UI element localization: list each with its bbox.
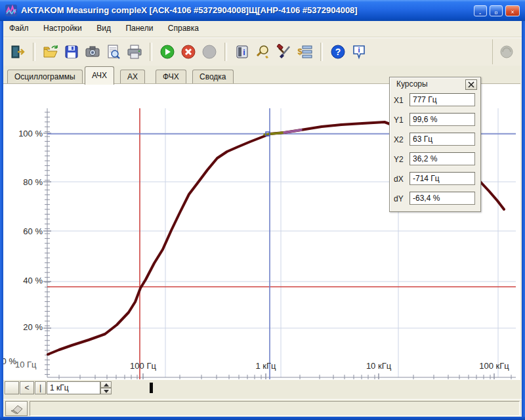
- close-icon: [467, 81, 475, 89]
- save-button[interactable]: [61, 41, 82, 62]
- y-tick-label: 80 %: [5, 177, 43, 187]
- close-button[interactable]: [505, 5, 520, 16]
- window-title: AKTAKOM Measuring compleX [АСК-4106 #537…: [21, 5, 358, 15]
- cursor-x2-label: X2: [394, 135, 408, 144]
- open-button[interactable]: [40, 41, 61, 62]
- window-border-left: [0, 21, 3, 420]
- cursor-x1-field[interactable]: 777 Гц: [410, 93, 475, 106]
- x-tick-label: 1 кГц: [250, 361, 282, 371]
- cursor-y1-field[interactable]: 99,6 %: [410, 113, 475, 126]
- clear-log-button[interactable]: [5, 401, 28, 416]
- frequency-input[interactable]: 1 кГц: [47, 381, 100, 394]
- window-border-right: [522, 21, 525, 420]
- menu-settings[interactable]: Настройки: [37, 21, 88, 36]
- cursor-x1-label: X1: [394, 96, 408, 105]
- menu-panels[interactable]: Панели: [119, 21, 159, 36]
- cursor-x2-field[interactable]: 63 Гц: [410, 133, 475, 146]
- stop-icon: [180, 44, 196, 60]
- nav-back-button[interactable]: <: [20, 381, 34, 394]
- app-window: AKTAKOM Measuring compleX [АСК-4106 #537…: [0, 0, 525, 420]
- search-icon: [255, 44, 271, 60]
- tip-glyph: i: [358, 46, 360, 54]
- help-icon: ?: [330, 44, 346, 60]
- toolbar-right-cell: [492, 39, 520, 64]
- exit-icon: [10, 44, 26, 60]
- aux-button[interactable]: [496, 41, 517, 62]
- camera-button[interactable]: [82, 41, 103, 62]
- cursor-y2-label: Y2: [394, 155, 408, 164]
- stepper-down-button[interactable]: [100, 388, 112, 394]
- toolbar-separator: [320, 43, 323, 61]
- x-tick-label: 100 кГц: [473, 361, 515, 371]
- menu-bar: Файл Настройки Вид Панели Справка: [3, 21, 522, 37]
- toolbar-group-help: ? i: [325, 41, 372, 62]
- tools-icon: [276, 44, 292, 60]
- toolbar-group-device: i: [229, 41, 318, 62]
- settings-list-icon: $: [297, 44, 313, 60]
- tab-summary[interactable]: Сводка: [192, 70, 234, 85]
- preview-button[interactable]: [103, 41, 124, 62]
- print-preview-icon: [106, 44, 121, 60]
- settings-list-button[interactable]: $: [295, 41, 316, 62]
- y-tick-label: 60 %: [5, 226, 43, 236]
- app-icon: [5, 5, 17, 16]
- tab-ah[interactable]: АХ: [120, 70, 145, 85]
- toolbar: i: [3, 37, 522, 66]
- menu-help[interactable]: Справка: [162, 21, 205, 36]
- probe-search-button[interactable]: [253, 41, 274, 62]
- stop-button[interactable]: [178, 41, 199, 62]
- printer-icon: [127, 44, 142, 60]
- arrow-up-icon: [104, 383, 109, 387]
- device-info-button[interactable]: i: [232, 41, 253, 62]
- record-button[interactable]: [199, 41, 220, 62]
- minimize-button[interactable]: [474, 5, 487, 16]
- cursor-row-dx: dX -714 Гц: [394, 172, 476, 186]
- info-glyph: i: [243, 48, 245, 57]
- minimize-icon: [478, 11, 482, 14]
- y-tick-label: 40 %: [5, 276, 43, 285]
- cursor-row-x1: X1 777 Гц: [394, 93, 476, 108]
- question-glyph: ?: [335, 47, 341, 57]
- tab-oscillograms[interactable]: Осциллограммы: [7, 70, 83, 85]
- maximize-icon: [494, 11, 498, 14]
- toolbar-main: i: [5, 38, 372, 66]
- tip-of-day-button[interactable]: i: [348, 41, 369, 62]
- close-icon: [510, 10, 515, 14]
- title-bar[interactable]: AKTAKOM Measuring compleX [АСК-4106 #537…: [0, 0, 525, 21]
- cursor-dy-field[interactable]: -63,4 %: [410, 192, 475, 205]
- record-icon: [201, 44, 217, 60]
- cursor-y2-field[interactable]: 36,2 %: [410, 152, 475, 165]
- menu-view[interactable]: Вид: [91, 21, 117, 36]
- disabled-circle-icon: [499, 44, 514, 60]
- cursors-panel[interactable]: Курсоры X1 777 Гц Y1 99,6 % X2 63 Гц Y2 …: [389, 77, 481, 212]
- tools-button[interactable]: [274, 41, 295, 62]
- y-tick-label: 100 %: [5, 129, 43, 138]
- exit-button[interactable]: [7, 41, 28, 62]
- cursor-dx-label: dX: [394, 175, 408, 184]
- x-tick-label: 10 кГц: [360, 361, 397, 371]
- menu-file[interactable]: Файл: [3, 21, 35, 36]
- help-button[interactable]: ?: [327, 41, 348, 62]
- cursor-dx-field[interactable]: -714 Гц: [410, 172, 475, 185]
- maximize-button[interactable]: [490, 5, 503, 16]
- cursors-panel-close-button[interactable]: [465, 79, 477, 90]
- tab-achh[interactable]: АЧХ: [85, 66, 114, 85]
- frequency-stepper: [100, 381, 112, 394]
- tab-fchh[interactable]: ФЧХ: [156, 70, 186, 85]
- nav-blank-button[interactable]: [5, 381, 19, 394]
- y-tick-label: 20 %: [5, 322, 43, 332]
- start-button[interactable]: [157, 41, 178, 62]
- stepper-up-button[interactable]: [100, 381, 112, 388]
- nav-divider-button[interactable]: |: [35, 381, 46, 394]
- window-border-bottom: [0, 417, 525, 420]
- toolbar-group-file: [37, 41, 148, 62]
- status-bar: [3, 399, 522, 417]
- status-message-area: [30, 401, 520, 416]
- print-button[interactable]: [124, 41, 145, 62]
- cursor-row-y2: Y2 36,2 %: [394, 152, 476, 167]
- caret-marker: [150, 383, 153, 393]
- toolbar-group-exit: [5, 41, 31, 62]
- toolbar-separator: [150, 43, 152, 61]
- cursor-row-x2: X2 63 Гц: [394, 133, 476, 147]
- client-area: Файл Настройки Вид Панели Справка: [3, 21, 522, 417]
